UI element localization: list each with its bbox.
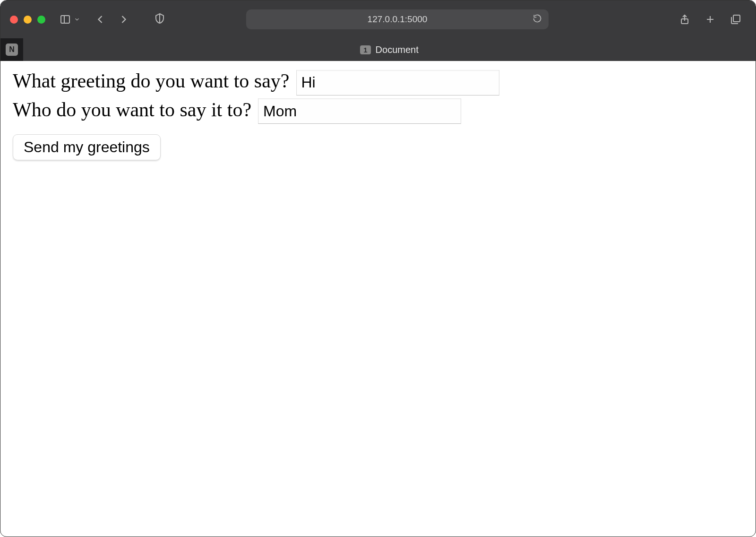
close-window-button[interactable] [10,16,18,24]
greeting-input[interactable] [296,70,499,95]
page-content: What greeting do you want to say? Who do… [0,61,756,169]
pinned-tab[interactable]: N [0,38,23,61]
recipient-label: Who do you want to say it to? [13,98,251,121]
reload-button[interactable] [533,14,542,26]
browser-chrome: 127.0.0.1:5000 [0,0,756,61]
back-button[interactable] [94,13,107,26]
tab-bar: N 1 Document [0,38,756,61]
reload-icon [533,14,542,23]
minimize-window-button[interactable] [24,16,32,24]
greeting-label: What greeting do you want to say? [13,69,290,92]
window-controls [10,16,45,24]
favicon-icon: N [6,43,18,56]
greeting-row: What greeting do you want to say? [13,69,743,95]
new-tab-button[interactable] [704,14,716,25]
chevron-down-icon [74,16,80,23]
active-tab[interactable]: 1 Document [23,38,756,61]
browser-toolbar: 127.0.0.1:5000 [0,0,756,38]
forward-button[interactable] [117,13,130,26]
sidebar-icon [60,14,71,25]
share-button[interactable] [679,14,690,25]
sidebar-toggle[interactable] [60,14,80,25]
address-bar-url: 127.0.0.1:5000 [368,14,428,25]
maximize-window-button[interactable] [37,16,45,24]
tab-count-badge: 1 [360,45,370,54]
svg-rect-0 [61,16,69,23]
tab-title: Document [376,44,419,55]
shield-icon [154,13,165,24]
svg-rect-6 [733,15,740,22]
nav-buttons [94,13,130,26]
tabs-overview-button[interactable] [730,14,741,25]
address-bar[interactable]: 127.0.0.1:5000 [246,9,549,29]
privacy-shield-button[interactable] [154,13,165,26]
recipient-row: Who do you want to say it to? [13,98,743,124]
submit-button[interactable]: Send my greetings [13,134,161,160]
recipient-input[interactable] [258,98,461,124]
toolbar-right [679,14,746,25]
